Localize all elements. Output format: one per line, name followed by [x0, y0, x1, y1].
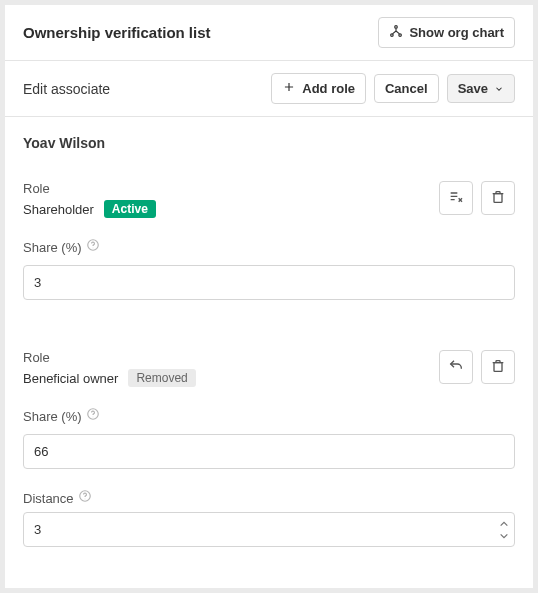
add-role-button[interactable]: Add role [271, 73, 366, 104]
add-role-label: Add role [302, 81, 355, 96]
panel-header: Ownership verification list Show org cha… [5, 5, 533, 61]
cancel-label: Cancel [385, 81, 428, 96]
role-actions [439, 350, 515, 384]
chevron-up-icon [499, 520, 509, 527]
share-section: Share (%) [23, 409, 515, 469]
svg-rect-3 [494, 193, 502, 202]
undo-icon [448, 358, 464, 377]
role-label: Role [23, 350, 439, 365]
step-up-button[interactable] [497, 518, 511, 529]
share-input[interactable] [23, 434, 515, 469]
role-value-row: Beneficial owner Removed [23, 369, 439, 387]
role-header-row: Role Shareholder Active [23, 181, 515, 218]
plus-icon [282, 80, 296, 97]
share-input[interactable] [23, 265, 515, 300]
distance-label-row: Distance [23, 491, 515, 506]
show-org-chart-label: Show org chart [409, 25, 504, 40]
role-block: Role Beneficial owner Removed [23, 350, 515, 547]
chevron-down-icon [499, 532, 509, 539]
role-actions [439, 181, 515, 215]
svg-point-10 [84, 498, 85, 499]
save-label: Save [458, 81, 488, 96]
svg-rect-6 [494, 362, 502, 371]
share-label-row: Share (%) [23, 240, 515, 255]
help-icon[interactable] [86, 238, 100, 252]
page-title: Ownership verification list [23, 24, 211, 41]
role-value: Beneficial owner [23, 371, 118, 386]
delete-role-button[interactable] [481, 350, 515, 384]
ownership-verification-panel: Ownership verification list Show org cha… [0, 0, 538, 593]
step-down-button[interactable] [497, 530, 511, 541]
role-value-row: Shareholder Active [23, 200, 439, 218]
edit-associate-actions: Add role Cancel Save [271, 73, 515, 104]
role-block: Role Shareholder Active [23, 181, 515, 300]
chevron-down-icon [494, 84, 504, 94]
distance-section: Distance [23, 491, 515, 547]
stepper-controls [497, 518, 511, 541]
undo-role-button[interactable] [439, 350, 473, 384]
trash-icon [490, 358, 506, 377]
remove-role-button[interactable] [439, 181, 473, 215]
share-section: Share (%) [23, 240, 515, 300]
share-label: Share (%) [23, 240, 82, 255]
edit-associate-title: Edit associate [23, 81, 110, 97]
svg-point-8 [92, 416, 93, 417]
distance-input[interactable] [23, 512, 515, 547]
associate-name: Yoav Wilson [23, 135, 515, 151]
panel-body: Yoav Wilson Role Shareholder Active [5, 117, 533, 571]
cancel-button[interactable]: Cancel [374, 74, 439, 103]
role-label: Role [23, 181, 439, 196]
edit-associate-bar: Edit associate Add role Cancel Save [5, 61, 533, 117]
help-icon[interactable] [86, 407, 100, 421]
list-x-icon [448, 189, 464, 208]
trash-icon [490, 189, 506, 208]
show-org-chart-button[interactable]: Show org chart [378, 17, 515, 48]
save-button[interactable]: Save [447, 74, 515, 103]
status-badge-active: Active [104, 200, 156, 218]
role-info: Role Shareholder Active [23, 181, 439, 218]
share-label: Share (%) [23, 409, 82, 424]
help-icon[interactable] [78, 489, 92, 503]
role-header-row: Role Beneficial owner Removed [23, 350, 515, 387]
status-badge-removed: Removed [128, 369, 195, 387]
svg-point-0 [395, 26, 398, 29]
role-value: Shareholder [23, 202, 94, 217]
role-info: Role Beneficial owner Removed [23, 350, 439, 387]
delete-role-button[interactable] [481, 181, 515, 215]
org-chart-icon [389, 24, 403, 41]
distance-label: Distance [23, 491, 74, 506]
svg-point-5 [92, 247, 93, 248]
share-label-row: Share (%) [23, 409, 515, 424]
distance-stepper[interactable] [23, 512, 515, 547]
